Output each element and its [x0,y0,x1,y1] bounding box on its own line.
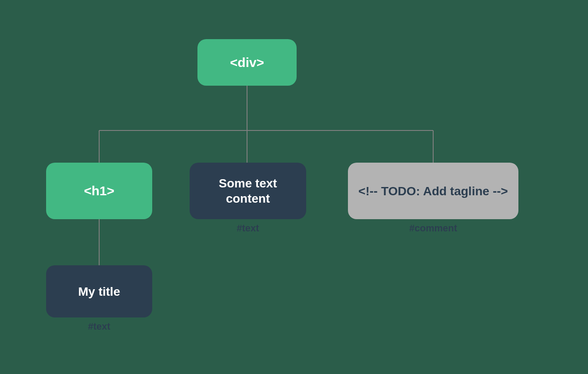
node-my-title: My title [46,265,152,317]
node-comment-label: <!-- TODO: Add tagline --> [358,184,508,199]
node-text-content-note: #text [190,223,306,234]
node-text-content-label: Some text content [198,176,297,206]
node-comment: <!-- TODO: Add tagline --> [348,163,518,219]
node-div-label: <div> [230,54,264,71]
node-text-content: Some text content [190,163,306,219]
node-my-title-note: #text [46,321,152,332]
node-div: <div> [197,39,297,86]
node-my-title-label: My title [78,284,120,299]
node-h1-label: <h1> [84,183,114,199]
node-comment-note: #comment [348,223,518,234]
node-h1: <h1> [46,163,152,219]
dom-tree-diagram: <div> <h1> Some text content #text <!-- … [0,0,588,374]
